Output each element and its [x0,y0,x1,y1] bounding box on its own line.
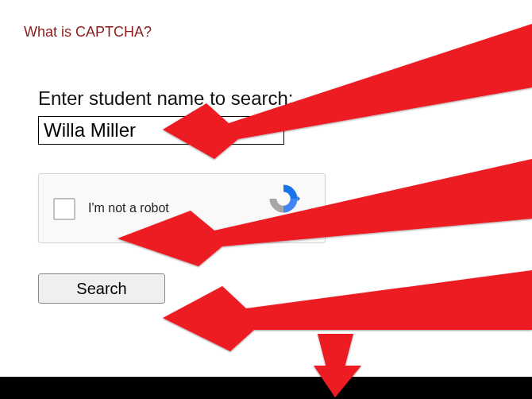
recaptcha-legal-links: Privacy - Terms [252,228,315,237]
student-name-label: Enter student name to search: [38,87,294,110]
svg-marker-4 [318,334,353,380]
what-is-captcha-link[interactable]: What is CAPTCHA? [24,24,152,41]
recaptcha-privacy-link[interactable]: Privacy [256,228,283,237]
svg-marker-3 [163,270,532,351]
recaptcha-logo-icon [252,182,315,215]
annotation-arrow-icon [163,270,532,351]
recaptcha-widget: I'm not a robot reCAPTCHA Privacy - Term… [38,173,326,243]
svg-marker-0 [298,196,301,202]
student-name-input[interactable] [38,116,284,145]
recaptcha-brand-text: reCAPTCHA [252,217,315,227]
captcha-checkbox-label: I'm not a robot [88,201,169,215]
recaptcha-terms-link[interactable]: Terms [289,228,310,237]
captcha-checkbox[interactable] [53,198,75,220]
search-button[interactable]: Search [38,273,165,304]
footer-bar [0,377,532,399]
